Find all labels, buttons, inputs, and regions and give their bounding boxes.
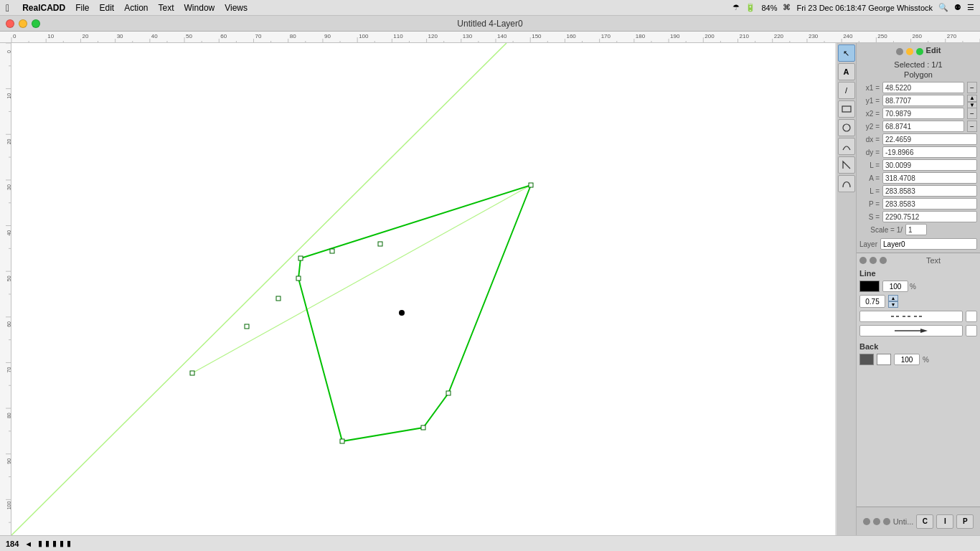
edit-panel-title: Edit [926,46,941,55]
tool-bezier[interactable] [838,175,855,192]
status-icon-2: ▮ [45,539,50,548]
dy-label: dy = [859,149,880,156]
close-button[interactable] [6,19,14,28]
wifi-icon: ⌘ [783,3,791,12]
menu-text[interactable]: Text [159,3,174,13]
line-pct-input[interactable]: 100 [882,281,908,292]
y2-minus-btn[interactable]: − [967,121,977,132]
y2-value[interactable]: 68.8741 [882,121,964,132]
y2-label: y2 = [859,123,880,131]
back-section: Back 100 % [859,342,977,365]
user-icon: ⚉ [954,3,961,12]
window-title: Untitled 4-Layer0 [457,19,522,29]
dy-value: -19.8966 [882,146,977,158]
scale-row: Scale = 1/ 1 [859,224,977,235]
line-thickness-row: 0.75 ▲ ▼ [859,295,977,308]
menu-edit[interactable]: Edit [99,3,114,13]
thickness-up-btn[interactable]: ▲ [888,295,898,301]
menu-views[interactable]: Views [225,3,248,13]
tool-text[interactable]: A [838,63,855,80]
layer-row: Layer Layer0 [859,238,977,250]
status-icon-5: ▮ [67,539,71,548]
tool-curve[interactable] [838,138,855,155]
x2-value[interactable]: 70.9879 [882,108,964,119]
bottom-panel: Unti... C I P [857,507,980,535]
line-end-left[interactable] [859,325,963,336]
L1-value: 30.0099 [882,159,977,171]
y1-stepper[interactable]: ▲ ▼ [967,95,977,106]
bottom-dot3 [883,518,890,525]
thickness-down-btn[interactable]: ▼ [888,301,898,308]
svg-marker-6 [920,329,928,333]
btn-i[interactable]: I [936,514,953,529]
edit-panel-titlebar: Edit [859,46,977,57]
P-value: 283.8583 [882,198,977,209]
app-name: RealCADD [22,3,65,13]
layer-label: Layer [859,240,877,248]
back-color-dark-swatch[interactable] [859,354,874,365]
text-line-panel: Text Line 100 % 0.75 ▲ ▼ [857,253,980,507]
line-thickness-input[interactable]: 0.75 [859,295,885,308]
apple-menu[interactable]:  [6,2,9,14]
bottom-dot1 [863,518,870,525]
panel-dot-green [916,48,923,55]
y1-value[interactable]: 88.7707 [882,95,964,106]
right-side: ↖ A / [837,43,980,535]
btn-c[interactable]: C [916,514,933,529]
status-icon-1: ▮ [38,539,42,548]
status-icon-3: ▮ [52,539,57,548]
back-pct-input[interactable]: 100 [894,354,920,365]
tl-dot1 [859,257,867,264]
line-color-swatch[interactable] [859,281,880,292]
menu-file[interactable]: File [75,3,89,13]
dx-label: dx = [859,136,880,143]
tool-rect[interactable] [838,100,855,118]
back-color-white-swatch[interactable] [877,354,891,365]
selected-info: Selected : 1/1 [859,60,977,69]
prop-y2-row: y2 = 68.8741 − [859,121,977,132]
drawing-canvas[interactable] [11,43,837,535]
x2-minus-btn[interactable]: − [967,108,977,119]
datetime-label: Fri 23 Dec 06:18:47 George Whisstock [796,4,933,12]
window-controls [6,19,40,28]
scale-label: Scale = 1/ [859,226,903,234]
thickness-stepper[interactable]: ▲ ▼ [888,295,898,308]
toolbar: ↖ A / [837,43,857,535]
menu-window[interactable]: Window [184,3,215,13]
btn-p[interactable]: P [956,514,974,529]
x1-value[interactable]: 48.5220 [882,82,964,93]
line-end-checkbox[interactable] [966,325,977,336]
L2-label: L = [859,187,880,195]
search-icon[interactable]: 🔍 [938,3,948,12]
statusbar: 184 ◄ ▮ ▮ ▮ ▮ ▮ [0,535,980,551]
maximize-button[interactable] [32,19,40,28]
status-arrow: ◄ [24,540,32,548]
tool-select[interactable]: ↖ [838,44,855,62]
menu-action[interactable]: Action [124,3,148,13]
tool-circle[interactable] [838,119,855,136]
back-row: 100 % [859,354,977,365]
P-label: P = [859,200,880,208]
canvas-area[interactable] [11,43,837,535]
x1-minus-btn[interactable]: − [967,82,977,93]
battery-icon: 🔋 [745,3,755,12]
status-icon-4: ▮ [60,539,64,548]
menubar:  RealCADD File Edit Action Text Window … [0,0,980,16]
bottom-title: Unti... [893,517,914,526]
battery-pct: 84% [761,4,777,12]
dash-style-selector[interactable] [859,311,963,322]
scale-value[interactable]: 1 [905,224,927,235]
layer-value[interactable]: Layer0 [880,238,977,250]
tool-angle[interactable] [838,156,855,174]
titlebar: Untitled 4-Layer0 [0,16,980,32]
list-icon[interactable]: ☰ [967,3,974,12]
dash-checkbox[interactable] [966,311,977,322]
tool-line[interactable]: / [838,82,855,99]
minimize-button[interactable] [19,19,27,28]
y1-up-btn[interactable]: ▲ [967,95,977,102]
prop-dx-row: dx = 22.4659 [859,133,977,145]
dx-value: 22.4659 [882,133,977,145]
text-line-header: Text [859,256,977,265]
back-label: Back [859,342,977,351]
status-number: 184 [6,540,19,548]
